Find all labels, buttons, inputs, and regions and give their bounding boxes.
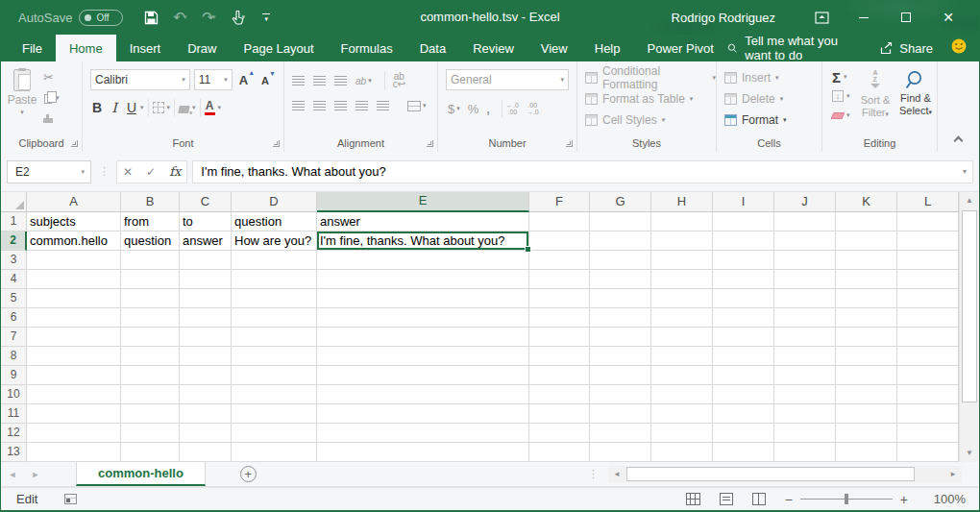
decrease-font-size-button[interactable]: A▼ <box>261 74 276 86</box>
wrap-text-button[interactable]: abc↩ <box>393 73 405 88</box>
conditional-formatting-button[interactable]: Conditional Formatting ▾ <box>585 67 716 88</box>
cell-H10[interactable] <box>651 385 713 404</box>
copy-button[interactable]: ▾ <box>43 91 60 105</box>
cell-D12[interactable] <box>232 424 317 443</box>
cell-L7[interactable] <box>897 328 959 347</box>
cell-F6[interactable] <box>529 308 590 328</box>
cell-H6[interactable] <box>651 308 713 328</box>
horizontal-scroll-track[interactable] <box>625 466 944 482</box>
page-break-preview-button[interactable] <box>752 493 766 505</box>
collapse-ribbon-button[interactable] <box>954 136 964 146</box>
cell-I5[interactable] <box>713 289 774 308</box>
cell-L10[interactable] <box>897 385 959 404</box>
cell-I13[interactable] <box>713 443 774 462</box>
cell-I4[interactable] <box>713 270 774 289</box>
autosave-toggle[interactable]: AutoSave Off <box>18 10 123 26</box>
row-header-11[interactable]: 11 <box>1 404 27 424</box>
cell-E8[interactable] <box>317 347 529 366</box>
column-header-G[interactable]: G <box>590 192 651 212</box>
cell-D5[interactable] <box>232 289 317 308</box>
cell-D6[interactable] <box>232 308 317 328</box>
cell-B12[interactable] <box>121 424 180 443</box>
horizontal-scroll-thumb[interactable] <box>626 467 915 481</box>
cell-C13[interactable] <box>180 443 232 462</box>
tab-file[interactable]: File <box>9 35 56 61</box>
cell-I11[interactable] <box>713 404 774 424</box>
number-format-select[interactable]: General▾ <box>446 69 569 90</box>
cell-F7[interactable] <box>529 328 590 347</box>
cell-K13[interactable] <box>836 443 897 462</box>
bold-button[interactable]: B <box>88 100 106 115</box>
cell-I2[interactable] <box>713 232 774 251</box>
orientation-button[interactable]: ab▾ <box>355 76 372 86</box>
cell-G10[interactable] <box>590 385 651 404</box>
cell-L12[interactable] <box>897 424 959 443</box>
cell-D2[interactable]: How are you? <box>232 232 317 251</box>
cell-H4[interactable] <box>651 270 713 289</box>
cell-E9[interactable] <box>317 366 529 385</box>
cell-H11[interactable] <box>651 404 713 424</box>
cell-B1[interactable]: from <box>121 212 180 232</box>
cell-J6[interactable] <box>774 308 836 328</box>
insert-function-button[interactable]: fx <box>169 164 181 179</box>
cell-B5[interactable] <box>121 289 180 308</box>
sheet-tab-active[interactable]: common-hello <box>76 462 206 486</box>
zoom-level[interactable]: 100% <box>929 492 966 506</box>
cell-F13[interactable] <box>529 443 590 462</box>
format-as-table-button[interactable]: Format as Table ▾ <box>585 88 716 110</box>
cell-B13[interactable] <box>121 443 180 462</box>
cell-J12[interactable] <box>774 424 836 443</box>
feedback-smiley-button[interactable] <box>950 37 968 59</box>
row-header-4[interactable]: 4 <box>1 270 27 289</box>
cell-F3[interactable] <box>529 251 590 270</box>
user-name[interactable]: Rodrigo Rodriguez <box>672 11 775 25</box>
vertical-scroll-thumb[interactable] <box>962 210 977 402</box>
cell-L1[interactable] <box>897 212 959 232</box>
cell-H3[interactable] <box>651 251 713 270</box>
cell-J11[interactable] <box>774 404 836 424</box>
previous-sheet-button[interactable]: ◄ <box>1 462 24 486</box>
font-dialog-launcher[interactable] <box>273 140 280 147</box>
tab-draw[interactable]: Draw <box>174 35 230 61</box>
cell-I1[interactable] <box>713 212 774 232</box>
clear-button[interactable]: ▾ <box>832 109 855 122</box>
middle-align-button[interactable] <box>313 76 326 85</box>
cell-H7[interactable] <box>651 328 713 347</box>
cell-K7[interactable] <box>836 328 897 347</box>
cell-F1[interactable] <box>529 212 590 232</box>
increase-decimal-button[interactable]: ←.0.00 <box>506 102 519 115</box>
cell-A1[interactable]: subjects <box>27 212 121 232</box>
delete-cells-button[interactable]: Delete ▾ <box>724 88 821 110</box>
cell-G11[interactable] <box>590 404 651 424</box>
cell-C4[interactable] <box>180 270 232 289</box>
fill-button[interactable]: ↓▾ <box>832 89 855 103</box>
format-cells-button[interactable]: Format ▾ <box>724 110 821 131</box>
cell-J10[interactable] <box>774 385 836 404</box>
column-header-L[interactable]: L <box>897 192 959 212</box>
vertical-scrollbar[interactable]: ▲ ▼ <box>959 192 979 462</box>
scroll-down-icon[interactable]: ▼ <box>960 445 979 462</box>
number-dialog-launcher[interactable] <box>566 140 573 147</box>
cell-E4[interactable] <box>317 270 529 289</box>
cell-E7[interactable] <box>317 328 529 347</box>
cell-G1[interactable] <box>590 212 651 232</box>
cell-B6[interactable] <box>121 308 180 328</box>
cell-K5[interactable] <box>836 289 897 308</box>
tab-insert[interactable]: Insert <box>116 35 175 61</box>
cell-J8[interactable] <box>774 347 836 366</box>
cell-H5[interactable] <box>651 289 713 308</box>
share-button[interactable]: Share <box>879 41 933 56</box>
cell-J9[interactable] <box>774 366 836 385</box>
cell-G9[interactable] <box>590 366 651 385</box>
tab-data[interactable]: Data <box>406 35 459 61</box>
column-header-D[interactable]: D <box>232 192 317 212</box>
cell-G4[interactable] <box>590 270 651 289</box>
cell-A5[interactable] <box>27 289 121 308</box>
maximize-button[interactable] <box>885 0 927 35</box>
cell-J3[interactable] <box>774 251 836 270</box>
zoom-out-button[interactable]: − <box>785 492 793 507</box>
autosave-pill[interactable]: Off <box>79 10 123 26</box>
italic-button[interactable]: I <box>106 100 123 115</box>
cell-I8[interactable] <box>713 347 774 366</box>
cell-A6[interactable] <box>27 308 121 328</box>
